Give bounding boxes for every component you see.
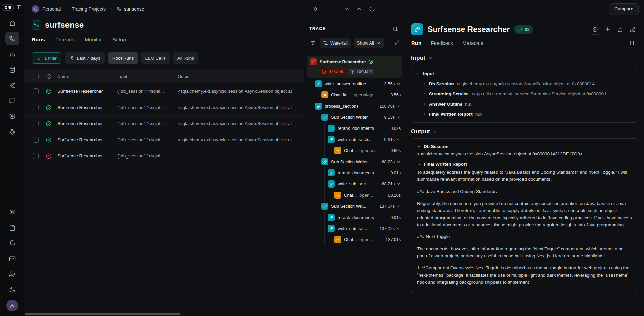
run-id-badge[interactable]: ID — [514, 25, 533, 34]
workspace-avatar[interactable] — [32, 5, 39, 13]
next-run-button[interactable] — [341, 4, 352, 15]
scrollbar-thumb[interactable] — [25, 313, 180, 315]
annotate-run-button[interactable] — [627, 24, 638, 35]
trace-node-write-sub-secti[interactable]: write_sub_secti...9.61s — [307, 134, 402, 145]
collapse-all-button[interactable] — [393, 38, 401, 48]
sidebar-item-settings[interactable] — [5, 205, 19, 219]
column-header-output[interactable]: Output — [176, 74, 304, 79]
sidebar-item-notifications[interactable] — [5, 236, 19, 250]
expand-chevron-icon[interactable] — [396, 226, 401, 231]
breadcrumb-personal[interactable]: Personal — [42, 6, 61, 12]
sidebar-collapse-button[interactable] — [15, 3, 23, 11]
run-row[interactable]: Surfsense Researcher{"db_session":"<sqla… — [24, 116, 304, 132]
trace-node-chat[interactable]: Chat...open...68.20s — [307, 190, 402, 201]
input-row-streaming-service[interactable]: Streaming Service<app.utils.streaming_se… — [422, 89, 633, 99]
app-logo[interactable] — [2, 4, 14, 11]
run-row[interactable]: Surfsense Researcher{"db_session":"<sqla… — [24, 83, 304, 99]
run-type-all-runs[interactable]: All Runs — [173, 52, 198, 64]
trace-node-rerank-documents[interactable]: rerank_documents0.01s — [307, 212, 402, 223]
row-checkbox[interactable] — [33, 153, 39, 159]
input-row-final-written-report[interactable]: Final Written Reportnull — [422, 109, 633, 119]
trace-filter-button[interactable] — [308, 38, 317, 48]
input-section-header[interactable]: Input — [411, 55, 638, 61]
sidebar-item-datasets[interactable] — [5, 63, 19, 76]
input-row-input[interactable]: Input — [416, 68, 633, 79]
trace-node-chat[interactable]: Chat...openai...9.60s — [307, 145, 402, 156]
expand-chevron-icon[interactable] — [396, 137, 401, 142]
add-to-dataset-button[interactable] — [602, 24, 613, 35]
trace-node-chat[interactable]: Chat...open...137.01s — [307, 234, 402, 245]
trace-node-write-sub-sec[interactable]: write_sub_sec...68.21s — [307, 178, 402, 190]
report-paragraph: The documents, however, offer informatio… — [417, 246, 632, 260]
sidebar-item-docs[interactable] — [5, 221, 19, 234]
trace-node-process-sections[interactable]: process_sections156.78s — [307, 100, 402, 112]
date-range-chip[interactable]: Last 7 days — [65, 52, 105, 64]
input-row-answer-outline[interactable]: Answer Outlinenull — [422, 99, 633, 109]
sidebar-item-invite-user[interactable] — [5, 267, 19, 281]
column-header-name[interactable]: Name — [55, 74, 115, 79]
sidebar-item-deployments[interactable] — [5, 125, 19, 138]
share-run-button[interactable] — [615, 24, 625, 35]
trace-node-sub-section-wri[interactable]: Sub Section Wri...137.04s — [307, 201, 402, 212]
sidebar-item-prompts[interactable] — [5, 94, 19, 107]
expand-chevron-icon[interactable] — [396, 115, 401, 120]
output-report-toggle[interactable]: Final Written Report — [417, 162, 632, 167]
horizontal-scrollbar[interactable] — [25, 313, 301, 316]
run-type-root-runs[interactable]: Root Runs — [108, 52, 138, 64]
flow-icon — [116, 7, 122, 12]
detail-tab-run[interactable]: Run — [411, 37, 422, 49]
filter-chip[interactable]: 1 filter — [32, 52, 61, 64]
trace-node-rerank-documents[interactable]: rerank_documents0.02s — [307, 123, 402, 134]
trace-node-root[interactable]: Surfsense Researcher160.35s104,684 — [307, 56, 402, 78]
collapse-panel-button[interactable] — [310, 4, 321, 15]
breadcrumb-tracing-projects[interactable]: Tracing Projects — [72, 6, 106, 12]
detail-panel-toggle-button[interactable] — [627, 38, 638, 49]
tab-threads[interactable]: Threads — [55, 34, 75, 47]
tab-runs[interactable]: Runs — [32, 34, 45, 47]
sidebar-item-mail[interactable] — [5, 252, 19, 265]
view-mode-button[interactable]: Waterfall — [320, 38, 351, 48]
input-row-db-session[interactable]: Db Session<sqlalchemy.ext.asyncio.sessio… — [422, 79, 633, 89]
detail-tab-feedback[interactable]: Feedback — [430, 37, 453, 49]
output-section-header[interactable]: Output — [411, 128, 638, 135]
breadcrumb-project[interactable]: surfsense — [116, 6, 144, 12]
row-checkbox[interactable] — [33, 121, 39, 126]
sidebar-item-home[interactable] — [5, 16, 19, 30]
trace-node-write-answer-outline[interactable]: write_answer_outline3.56s — [307, 78, 402, 89]
show-all-button[interactable]: Show All — [354, 38, 384, 48]
run-row[interactable]: Surfsense Researcher{"db_session":"<sqla… — [24, 132, 304, 148]
detail-tab-metadata[interactable]: Metadata — [462, 37, 484, 49]
expand-chevron-icon[interactable] — [396, 182, 401, 186]
trace-node-chatlite[interactable]: ChatLite...openai/gp...3.56s — [307, 89, 402, 100]
trace-node-sub-section-writer[interactable]: Sub Section Writer9.63s — [307, 112, 402, 123]
tab-monitor[interactable]: Monitor — [85, 34, 102, 47]
select-all-checkbox[interactable] — [33, 74, 39, 79]
run-type-llm-calls[interactable]: LLM Calls — [141, 52, 170, 64]
tab-setup[interactable]: Setup — [112, 34, 126, 47]
output-db-session-toggle[interactable]: Db Session — [417, 144, 632, 149]
sidebar-item-playground[interactable] — [5, 109, 19, 123]
expand-chevron-icon[interactable] — [396, 204, 401, 209]
sidebar-item-tracing-projects[interactable] — [5, 32, 19, 45]
row-checkbox[interactable] — [33, 137, 39, 143]
expand-chevron-icon[interactable] — [396, 82, 401, 86]
open-in-playground-button[interactable] — [590, 24, 600, 35]
sidebar-item-monitoring[interactable] — [5, 47, 19, 61]
user-avatar[interactable] — [6, 300, 18, 311]
row-checkbox[interactable] — [33, 105, 39, 110]
trace-node-write-sub-se[interactable]: write_sub_se...137.02s — [307, 223, 402, 234]
row-checkbox[interactable] — [33, 88, 39, 94]
sidebar-item-dark-mode[interactable] — [5, 283, 19, 296]
previous-run-button[interactable] — [354, 4, 365, 15]
trace-node-rerank-documents[interactable]: rerank_documents0.01s — [307, 167, 402, 178]
expand-chevron-icon[interactable] — [396, 104, 401, 109]
expand-chevron-icon[interactable] — [396, 160, 401, 164]
trace-panel-toggle-button[interactable] — [392, 24, 400, 34]
run-row[interactable]: Surfsense Researcher{"db_session":"<sqla… — [24, 148, 304, 164]
column-header-input[interactable]: Input — [115, 74, 176, 79]
run-row[interactable]: Surfsense Researcher{"db_session":"<sqla… — [24, 99, 304, 116]
trace-node-sub-section-writer[interactable]: Sub Section Writer68.23s — [307, 156, 402, 167]
compare-button[interactable]: Compare — [609, 3, 639, 15]
sidebar-item-annotation-queues[interactable] — [5, 78, 19, 92]
expand-fullscreen-button[interactable] — [323, 4, 333, 15]
